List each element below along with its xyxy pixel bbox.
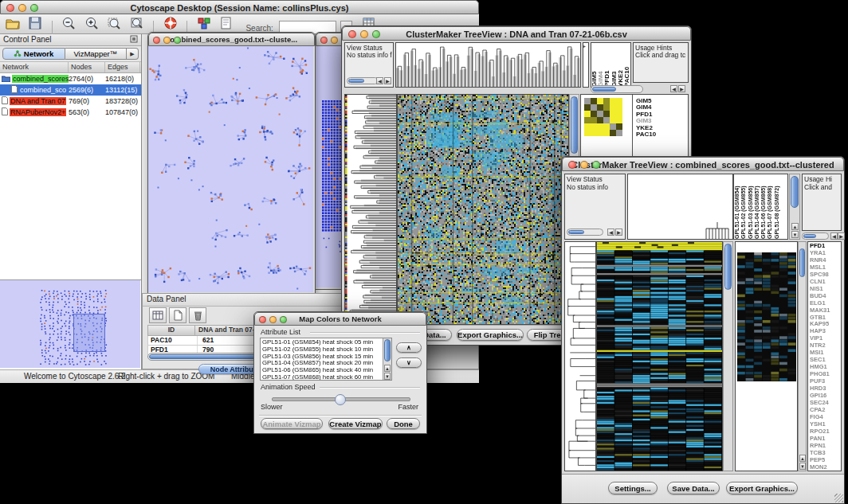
zoom-window-icon[interactable] xyxy=(30,4,38,12)
tv2-gene-label[interactable]: SEC1 xyxy=(810,357,839,364)
tv2-gene-label[interactable]: RNR4 xyxy=(810,257,839,264)
tv1-gene-label[interactable]: PAC10 xyxy=(636,131,656,138)
tv1-column-dendrogram[interactable] xyxy=(395,42,581,88)
vizmapper-icon[interactable] xyxy=(195,15,213,31)
delete-attribute-icon[interactable] xyxy=(189,307,206,323)
column-header[interactable]: Edges xyxy=(105,62,140,72)
column-header-id[interactable]: ID xyxy=(148,326,195,335)
treeview1-title-bar[interactable]: ClusterMaker TreeView : DNA and Tran 07-… xyxy=(342,26,691,41)
close-icon[interactable] xyxy=(320,37,328,44)
column-header[interactable]: Network xyxy=(0,62,69,72)
create-vizmap-button[interactable]: Create Vizmap xyxy=(328,418,383,429)
tv2-gene-label[interactable]: MSI1 xyxy=(810,350,839,357)
help-icon[interactable] xyxy=(162,15,179,31)
attribute-list-vscrollbar[interactable]: ▲▼ xyxy=(383,338,391,380)
tv2-gene-label[interactable]: FIG4 xyxy=(810,414,839,421)
tv1-col-label[interactable]: PAC10 xyxy=(624,43,630,87)
tv1-splitter[interactable]: ▸ xyxy=(583,42,589,88)
tv1-col-label[interactable]: GIM5 xyxy=(591,43,598,87)
tv2-gene-label[interactable]: KAP95 xyxy=(810,321,839,328)
tv2-gene-label[interactable]: SPC98 xyxy=(810,272,839,279)
tv1-status-hscrollbar[interactable] xyxy=(347,77,379,84)
tv2-gene-label[interactable]: GPI16 xyxy=(810,393,839,400)
new-attribute-icon[interactable] xyxy=(169,307,186,323)
export-graphics-button[interactable]: Export Graphics... xyxy=(457,329,524,341)
tv2-top-vscrollbar[interactable]: ▲▼ xyxy=(789,174,800,240)
scroll-right-icon[interactable]: ▶ xyxy=(615,229,622,236)
tv2-sub-heatmap[interactable] xyxy=(737,252,796,381)
open-icon[interactable] xyxy=(4,15,22,31)
tv2-gene-label[interactable]: VIP1 xyxy=(810,335,839,342)
minimize-icon[interactable] xyxy=(360,30,368,38)
tv2-col-label[interactable]: GPL51-02 (GSM855) xyxy=(740,174,747,239)
scroll-right-icon[interactable]: ▶ xyxy=(384,77,391,84)
treeview2-title-bar[interactable]: ClusterMaker TreeView : combined_scores_… xyxy=(562,157,844,171)
tv2-gene-label[interactable]: BUD4 xyxy=(810,293,839,300)
tv2-gene-label[interactable]: SEC24 xyxy=(810,400,839,407)
tv2-gene-label[interactable]: NTR2 xyxy=(810,342,839,350)
tv2-gene-label[interactable]: PHO81 xyxy=(810,371,839,378)
close-icon[interactable] xyxy=(6,4,14,12)
dialog-title-bar[interactable]: Map Colors to Network xyxy=(254,312,426,326)
zoom-fit-icon[interactable] xyxy=(128,15,146,31)
zoom-out-icon[interactable] xyxy=(60,15,77,31)
network-view-canvas[interactable] xyxy=(148,46,313,292)
animation-speed-slider[interactable] xyxy=(272,397,410,401)
main-title-bar[interactable]: Cytoscape Desktop (Session Name: collins… xyxy=(0,0,479,14)
tv2-row-dendrogram[interactable] xyxy=(564,241,596,471)
tv2-gene-label[interactable]: PFD1 xyxy=(810,243,839,250)
column-header[interactable]: Nodes xyxy=(69,62,105,72)
tv1-hscrollbar[interactable] xyxy=(591,85,643,93)
float-panel-icon[interactable] xyxy=(130,35,138,45)
tv2-status-hscrollbar[interactable] xyxy=(567,229,603,236)
network-row[interactable]: combined_sco2569(6)13112(15) xyxy=(0,84,141,96)
tv2-gene-label[interactable]: NIS1 xyxy=(810,286,839,293)
tab-vizmapper[interactable]: VizMapper™ xyxy=(65,48,128,60)
tv2-gene-label[interactable]: HMG1 xyxy=(810,364,839,371)
tv2-gene-label[interactable]: MSL1 xyxy=(810,264,839,272)
tv2-vscrollbar[interactable] xyxy=(723,241,733,471)
annotation-icon[interactable] xyxy=(218,15,235,31)
tv2-gene-label[interactable]: HRD3 xyxy=(810,385,839,393)
scroll-right-icon[interactable]: ▶ xyxy=(678,85,685,92)
tv2-gene-label[interactable]: ELG1 xyxy=(810,300,839,307)
tv2-gene-label[interactable]: PAN1 xyxy=(810,436,839,443)
save-icon[interactable] xyxy=(26,15,44,31)
done-button[interactable]: Done xyxy=(387,418,420,429)
zoom-selected-icon[interactable] xyxy=(105,15,123,31)
zoom-window-icon[interactable] xyxy=(280,316,287,323)
tv1-col-label[interactable]: GIM3 xyxy=(611,43,618,87)
tv2-gene-label[interactable]: CPA2 xyxy=(810,407,839,414)
tv1-similarity-matrix[interactable] xyxy=(584,98,622,136)
tab-network[interactable]: Network xyxy=(2,48,65,60)
tv1-col-label[interactable]: PFD1 xyxy=(604,43,610,87)
zoom-window-icon[interactable] xyxy=(174,37,181,44)
tv2-gene-label[interactable]: HAP3 xyxy=(810,328,839,335)
tv2-gene-label[interactable]: CLN1 xyxy=(810,279,839,286)
close-icon[interactable] xyxy=(348,30,356,38)
animate-vizmap-button[interactable]: Animate Vizmap xyxy=(261,418,323,429)
attribute-list[interactable]: GPL51-01 (GSM854) heat shock 05 minGPL51… xyxy=(260,338,392,381)
tv2-gene-label[interactable]: RPN1 xyxy=(810,443,839,450)
minimize-icon[interactable] xyxy=(269,316,277,323)
tv2-gene-label[interactable]: GTB1 xyxy=(810,315,839,322)
close-icon[interactable] xyxy=(259,316,266,323)
tv2-col-label[interactable]: GPL51-04 (GSM857) xyxy=(754,174,760,239)
tv2-gene-label[interactable]: YRA1 xyxy=(810,250,839,257)
tv2-gene-label[interactable]: MON2 xyxy=(810,464,839,471)
tv1-col-label[interactable]: YKE2 xyxy=(618,43,624,87)
zoom-window-icon[interactable] xyxy=(372,30,380,38)
tv2-col-label[interactable]: GPL51-08 (GSM872) xyxy=(774,174,780,239)
tv2-gene-label[interactable]: YSH1 xyxy=(810,421,839,428)
tab-overflow-icon[interactable]: ▶ xyxy=(127,48,139,60)
minimize-icon[interactable] xyxy=(580,161,588,169)
export-graphics-button[interactable]: Export Graphics... xyxy=(726,482,798,494)
minimize-icon[interactable] xyxy=(18,4,26,12)
tv1-row-dendrogram[interactable] xyxy=(344,94,397,325)
tv2-gene-label[interactable]: PEP5 xyxy=(810,457,839,464)
tv2-column-dendrogram[interactable] xyxy=(627,174,733,240)
tv2-usage-hscrollbar[interactable] xyxy=(802,232,829,240)
tv1-heatmap[interactable] xyxy=(397,94,569,325)
tv2-col-label[interactable]: GPL51-07 (GSM868) xyxy=(767,174,773,239)
zoom-window-icon[interactable] xyxy=(592,161,600,169)
